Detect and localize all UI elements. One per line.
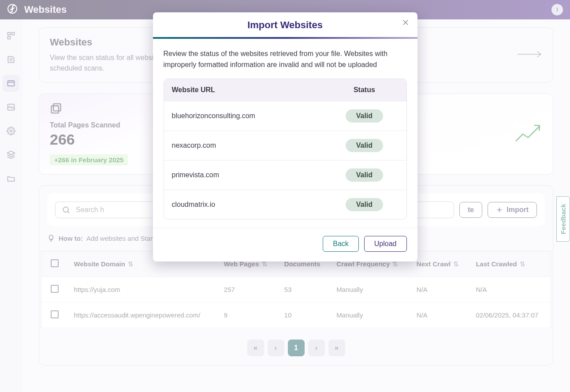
import-row: bluehorizonconsulting.com Valid [164,101,406,131]
col-status: Status [330,86,398,94]
status-badge: Valid [346,168,383,182]
import-row: cloudmatrix.io Valid [164,190,406,219]
import-row: primevista.com Valid [164,160,406,190]
modal-overlay: Import Websites Review the status of the… [0,0,570,392]
close-icon[interactable] [402,19,410,28]
import-table: Website URL Status bluehorizonconsulting… [164,78,407,220]
status-badge: Valid [346,198,383,211]
import-modal: Import Websites Review the status of the… [153,12,417,261]
modal-title: Import Websites [164,19,407,31]
col-url: Website URL [172,86,331,94]
upload-button[interactable]: Upload [364,236,407,252]
back-button[interactable]: Back [323,236,359,252]
import-row: nexacorp.com Valid [164,131,406,160]
status-badge: Valid [346,139,383,152]
modal-desc: Review the status of the websites retrie… [164,49,407,71]
status-badge: Valid [346,109,383,123]
